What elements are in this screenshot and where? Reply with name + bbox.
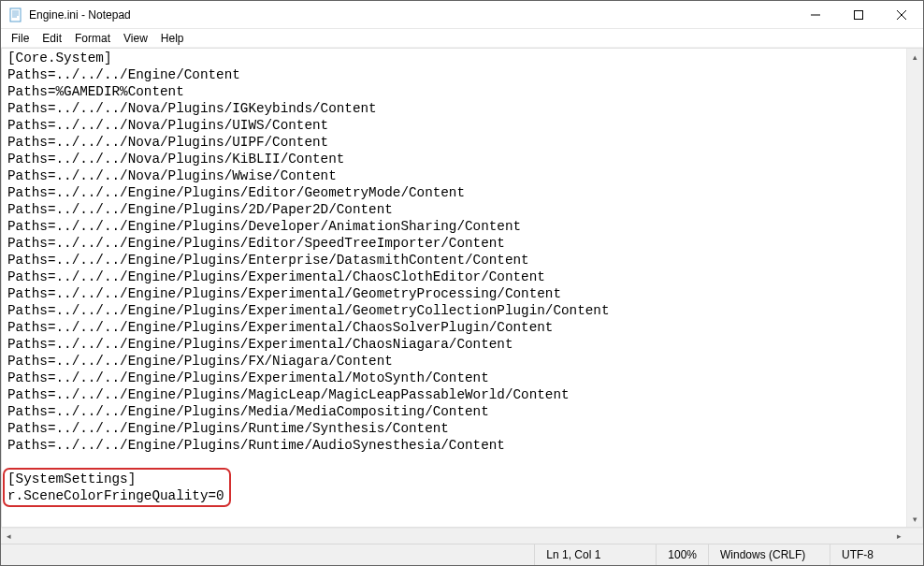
status-encoding: UTF-8	[830, 544, 923, 565]
menu-format[interactable]: Format	[68, 30, 117, 47]
window-controls	[794, 1, 923, 28]
editor-textarea[interactable]: [Core.System] Paths=../../../Engine/Cont…	[2, 49, 906, 527]
status-position: Ln 1, Col 1	[534, 544, 656, 565]
scroll-track[interactable]	[907, 65, 922, 511]
scroll-down-icon[interactable]: ▾	[907, 511, 922, 527]
maximize-button[interactable]	[837, 1, 880, 29]
menubar: File Edit Format View Help	[1, 29, 923, 48]
menu-file[interactable]: File	[5, 30, 36, 47]
minimize-button[interactable]	[794, 1, 837, 29]
scroll-corner	[907, 529, 923, 544]
notepad-icon	[8, 7, 23, 22]
scroll-right-icon[interactable]: ▸	[891, 529, 907, 544]
menu-edit[interactable]: Edit	[36, 30, 68, 47]
menu-view[interactable]: View	[117, 30, 154, 47]
horizontal-scrollbar[interactable]: ◂ ▸	[1, 528, 923, 544]
svg-rect-6	[855, 11, 863, 20]
scroll-up-icon[interactable]: ▴	[907, 49, 922, 65]
status-zoom: 100%	[656, 544, 708, 565]
titlebar: Engine.ini - Notepad	[1, 1, 923, 29]
editor-area: [Core.System] Paths=../../../Engine/Cont…	[1, 48, 923, 528]
status-line-ending: Windows (CRLF)	[708, 544, 830, 565]
scroll-left-icon[interactable]: ◂	[1, 529, 17, 544]
window-title: Engine.ini - Notepad	[29, 8, 794, 22]
close-button[interactable]	[880, 1, 923, 29]
statusbar: Ln 1, Col 1 100% Windows (CRLF) UTF-8	[1, 544, 923, 565]
menu-help[interactable]: Help	[154, 30, 191, 47]
vertical-scrollbar[interactable]: ▴ ▾	[906, 49, 922, 527]
h-scroll-track[interactable]	[17, 529, 891, 544]
